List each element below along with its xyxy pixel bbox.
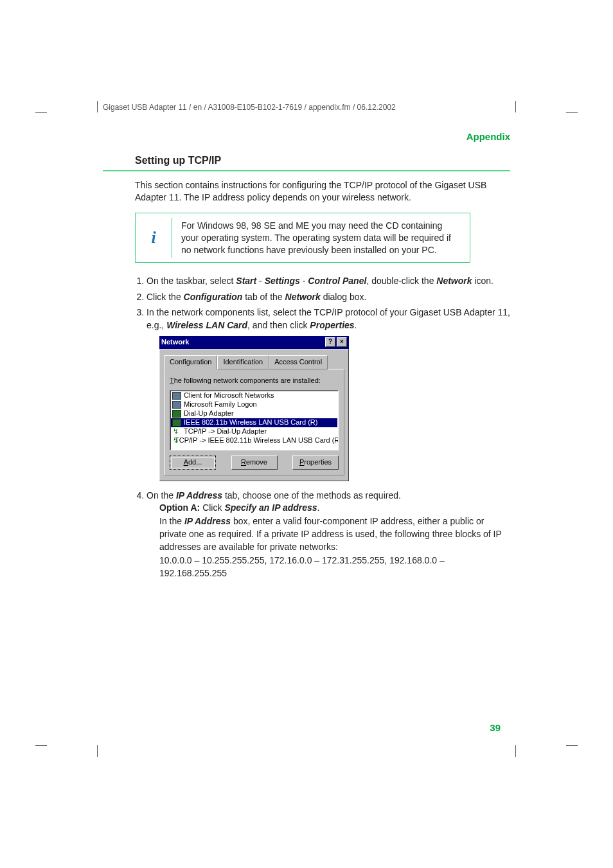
properties-button[interactable]: Properties bbox=[292, 456, 339, 470]
components-listbox[interactable]: Client for Microsoft Networks Microsoft … bbox=[170, 390, 339, 450]
help-button[interactable]: ? bbox=[325, 337, 335, 347]
list-item[interactable]: Client for Microsoft Networks bbox=[171, 391, 337, 400]
text: . bbox=[355, 320, 357, 330]
text: - bbox=[256, 276, 264, 286]
kw-network: Network bbox=[285, 292, 321, 302]
adapter-icon bbox=[172, 410, 181, 418]
tab-identification[interactable]: Identification bbox=[217, 355, 269, 369]
text: - bbox=[300, 276, 308, 286]
components-label: The following network components are ins… bbox=[170, 376, 339, 386]
add-button[interactable]: Add... bbox=[170, 456, 216, 470]
text: icon. bbox=[472, 276, 493, 286]
text: On the bbox=[147, 490, 176, 500]
text: In the bbox=[159, 516, 184, 526]
list-item[interactable]: TCP/IP -> IEEE 802.11b Wireless LAN USB … bbox=[171, 436, 337, 445]
text: tab, choose one of the methods as requir… bbox=[222, 490, 401, 500]
crop-mark bbox=[97, 745, 98, 757]
dialog-titlebar[interactable]: Network ? × bbox=[159, 336, 349, 349]
step-2: Click the Configuration tab of the Netwo… bbox=[147, 290, 510, 303]
step-4-ip-ranges: 10.0.0.0 – 10.255.255.255, 172.16.0.0 – … bbox=[159, 554, 510, 580]
properties-button-rest: roperties bbox=[304, 458, 332, 466]
info-callout: i For Windows 98, 98 SE and ME you may n… bbox=[135, 213, 470, 263]
step-3: In the network components list, select t… bbox=[147, 306, 510, 481]
kw-ip-address-box: IP Address bbox=[184, 516, 231, 526]
text: tab of the bbox=[242, 292, 285, 302]
crop-mark bbox=[566, 745, 578, 746]
kw-control-panel: Control Panel bbox=[308, 276, 366, 286]
list-item[interactable]: Microsoft Family Logon bbox=[171, 400, 337, 409]
list-item[interactable]: Dial-Up Adapter bbox=[171, 409, 337, 418]
kw-ip-address: IP Address bbox=[176, 490, 222, 500]
instruction-list: On the taskbar, select Start - Settings … bbox=[135, 274, 510, 580]
step-4: On the IP Address tab, choose one of the… bbox=[147, 489, 510, 580]
text: Click bbox=[202, 502, 224, 513]
step-4-option-a: Option A: Click Specify an IP address. bbox=[159, 502, 510, 515]
network-dialog: Network ? × Configuration Identification… bbox=[159, 336, 349, 481]
dialog-title: Network bbox=[161, 337, 189, 348]
section-title: Setting up TCP/IP bbox=[135, 155, 510, 166]
dialog-body: Configuration Identification Access Cont… bbox=[159, 349, 349, 481]
adapter-icon bbox=[172, 419, 181, 427]
info-text: For Windows 98, 98 SE and ME you may nee… bbox=[172, 213, 470, 263]
dialog-tabs: Configuration Identification Access Cont… bbox=[164, 355, 344, 369]
tab-panel: The following network components are ins… bbox=[164, 369, 344, 475]
list-item[interactable]: TCP/IP -> Dial-Up Adapter bbox=[171, 427, 337, 436]
text: . bbox=[317, 502, 320, 513]
tab-access-control[interactable]: Access Control bbox=[269, 355, 328, 369]
kw-start: Start bbox=[236, 276, 256, 286]
kw-settings: Settings bbox=[265, 276, 300, 286]
dialog-button-row: Add... Remove Properties bbox=[170, 456, 339, 470]
intro-paragraph: This section contains instructions for c… bbox=[135, 179, 510, 204]
section-underline-divider bbox=[103, 170, 510, 172]
text: dialog box. bbox=[321, 292, 367, 302]
kw-specify-ip: Specify an IP address bbox=[224, 502, 317, 513]
close-button[interactable]: × bbox=[337, 337, 347, 347]
protocol-icon bbox=[172, 428, 181, 436]
step-4-line2: In the IP Address box, enter a valid fou… bbox=[159, 515, 510, 553]
text: , double-click the bbox=[366, 276, 436, 286]
page-number: 39 bbox=[490, 722, 501, 733]
info-icon: i bbox=[136, 218, 172, 258]
client-icon bbox=[172, 392, 181, 400]
text: Click the bbox=[147, 292, 184, 302]
tab-configuration[interactable]: Configuration bbox=[164, 355, 217, 369]
running-header: Gigaset USB Adapter 11 / en / A31008-E10… bbox=[103, 103, 510, 112]
kw-wlan-card: Wireless LAN Card bbox=[166, 320, 247, 330]
remove-button[interactable]: Remove bbox=[231, 456, 278, 470]
section-label-appendix: Appendix bbox=[103, 131, 510, 142]
list-item-label: TCP/IP -> IEEE 802.11b Wireless LAN USB … bbox=[175, 436, 339, 446]
crop-mark bbox=[515, 745, 516, 757]
option-a-label: Option A: bbox=[159, 502, 202, 513]
client-icon bbox=[172, 401, 181, 409]
kw-properties: Properties bbox=[310, 320, 354, 330]
step-1: On the taskbar, select Start - Settings … bbox=[147, 274, 510, 287]
text: On the taskbar, select bbox=[147, 276, 236, 286]
list-item-selected[interactable]: IEEE 802.11b Wireless LAN USB Card (R) bbox=[171, 418, 337, 427]
text: , and then click bbox=[247, 320, 310, 330]
kw-network: Network bbox=[436, 276, 472, 286]
crop-mark bbox=[35, 745, 47, 746]
kw-configuration: Configuration bbox=[184, 292, 243, 302]
